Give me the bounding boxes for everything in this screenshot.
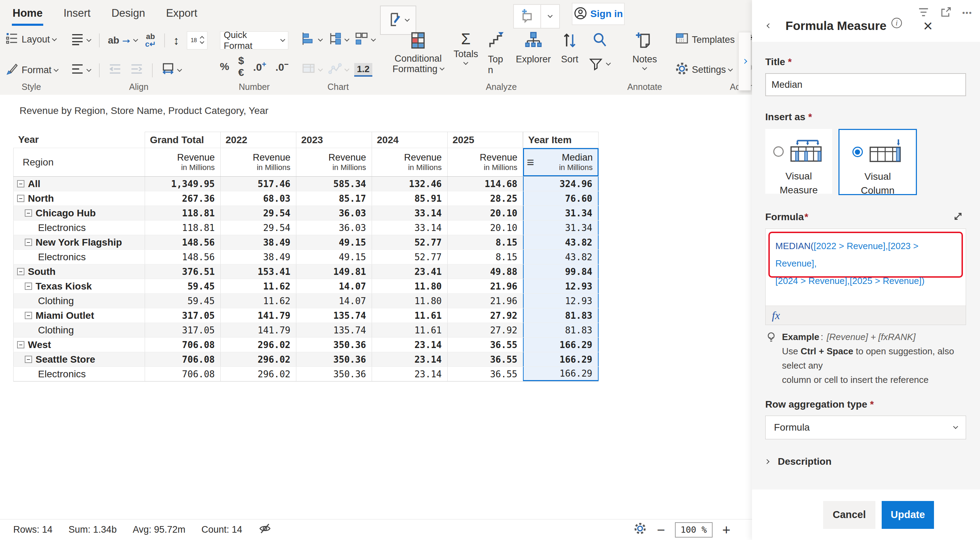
table-cell[interactable]: 1,349.95 — [145, 176, 220, 191]
font-size-stepper[interactable] — [200, 37, 204, 44]
row-header[interactable]: New York Flagship — [13, 235, 145, 249]
table-cell[interactable]: 49.15 — [296, 250, 372, 264]
radio-selected-icon[interactable] — [853, 147, 863, 157]
indent-increase-button[interactable] — [130, 62, 144, 78]
row-header[interactable]: Electronics — [13, 221, 145, 235]
collapse-toggle-icon[interactable] — [25, 283, 32, 290]
tab-design[interactable]: Design — [111, 5, 146, 26]
column-subheader[interactable]: Revenuein Millions — [220, 148, 296, 176]
table-cell[interactable]: 21.96 — [447, 279, 523, 293]
table-cell[interactable]: 132.46 — [372, 176, 447, 191]
table-cell[interactable]: 68.03 — [220, 191, 296, 206]
table-cell[interactable]: 12.93 — [523, 279, 598, 293]
settings-button[interactable]: Settings — [675, 61, 732, 78]
collapse-toggle-icon[interactable] — [25, 356, 32, 363]
option-visual-column-selected[interactable]: Visual Column — [838, 129, 917, 195]
back-icon[interactable] — [767, 23, 772, 28]
median-column-header-selected[interactable]: ≡ Median in Millions — [523, 148, 598, 176]
table-cell[interactable]: 31.34 — [523, 221, 598, 235]
zoom-level-field[interactable]: 100 % — [675, 522, 713, 538]
table-cell[interactable]: 11.62 — [220, 279, 296, 293]
more-options-icon[interactable]: ••• — [962, 8, 972, 17]
format-painter-button[interactable]: Format — [5, 62, 58, 78]
table-cell[interactable]: 43.82 — [523, 250, 598, 264]
column-subheader[interactable]: Revenuein Millions — [296, 148, 372, 176]
add-comment-button[interactable] — [513, 4, 560, 29]
row-header[interactable]: Seattle Store — [13, 352, 145, 367]
row-header[interactable]: Clothing — [13, 294, 145, 308]
column-header[interactable]: Grand Total — [145, 132, 220, 148]
table-cell[interactable]: 36.55 — [447, 352, 523, 367]
table-cell[interactable]: 135.74 — [296, 308, 372, 322]
table-cell[interactable]: 85.91 — [372, 191, 447, 206]
top-n-button[interactable]: Top n — [483, 31, 511, 76]
table-cell[interactable]: 36.03 — [296, 221, 372, 235]
table-cell[interactable]: 27.92 — [447, 308, 523, 322]
column-subheader[interactable]: Revenuein Millions — [447, 148, 523, 176]
table-cell[interactable]: 99.84 — [523, 264, 598, 279]
table-cell[interactable]: 59.45 — [145, 279, 220, 293]
table-cell[interactable]: 33.14 — [372, 221, 447, 235]
conditional-formatting-button[interactable]: Conditional Formatting — [388, 31, 449, 73]
table-cell[interactable]: 43.82 — [523, 235, 598, 249]
table-cell[interactable]: 49.15 — [296, 235, 372, 249]
table-cell[interactable]: 317.05 — [145, 323, 220, 337]
table-cell[interactable]: 38.49 — [220, 250, 296, 264]
column-header[interactable]: 2023 — [296, 132, 372, 148]
radio-unselected-icon[interactable] — [773, 146, 784, 157]
collapse-toggle-icon[interactable] — [17, 268, 24, 275]
table-cell[interactable]: 85.17 — [296, 191, 372, 206]
table-cell[interactable]: 350.36 — [296, 367, 372, 381]
collapse-toggle-icon[interactable] — [17, 195, 24, 202]
percent-format-icon[interactable]: % — [220, 60, 229, 73]
table-cell[interactable]: 267.36 — [145, 191, 220, 206]
row-height-button[interactable]: ↕ — [173, 34, 179, 48]
table-cell[interactable]: 81.83 — [523, 308, 598, 322]
row-dimension-header[interactable]: Region — [13, 148, 145, 176]
column-subheader[interactable]: Revenuein Millions — [372, 148, 447, 176]
table-cell[interactable]: 31.34 — [523, 206, 598, 220]
layout-button[interactable]: Layout — [5, 31, 58, 48]
collapse-toggle-icon[interactable] — [17, 180, 24, 187]
row-header[interactable]: West — [13, 338, 145, 352]
table-cell[interactable]: 706.08 — [145, 352, 220, 367]
tab-insert[interactable]: Insert — [63, 5, 91, 26]
update-button[interactable]: Update — [882, 501, 934, 529]
table-cell[interactable]: 11.62 — [220, 294, 296, 308]
decrease-decimal-icon[interactable]: .0− — [275, 60, 289, 73]
currency-format-icon[interactable]: $€ — [238, 55, 244, 78]
indent-decrease-button[interactable] — [108, 62, 122, 78]
table-cell[interactable]: 36.55 — [447, 338, 523, 352]
column-header[interactable]: 2022 — [220, 132, 296, 148]
collapse-toggle-icon[interactable] — [25, 210, 32, 217]
row-header[interactable]: Electronics — [13, 250, 145, 264]
corner-header[interactable]: Year — [13, 132, 145, 148]
table-cell[interactable]: 141.79 — [220, 323, 296, 337]
notes-button[interactable]: Notes — [628, 31, 662, 70]
font-size-field[interactable]: 18 — [187, 31, 207, 49]
table-cell[interactable]: 517.46 — [220, 176, 296, 191]
table-cell[interactable]: 29.54 — [220, 221, 296, 235]
view-settings-gear-icon[interactable] — [633, 521, 647, 538]
table-cell[interactable]: 296.02 — [220, 367, 296, 381]
layout-chart-button[interactable] — [354, 31, 375, 48]
table-cell[interactable]: 148.56 — [145, 250, 220, 264]
table-cell[interactable]: 11.80 — [372, 294, 447, 308]
table-cell[interactable]: 20.10 — [447, 206, 523, 220]
table-cell[interactable]: 148.56 — [145, 235, 220, 249]
table-cell[interactable]: 28.25 — [447, 191, 523, 206]
totals-button[interactable]: Σ Totals — [449, 31, 483, 65]
option-visual-measure[interactable]: Visual Measure — [765, 129, 832, 194]
collapse-toggle-icon[interactable] — [17, 341, 24, 348]
sort-button[interactable]: Sort — [556, 31, 584, 65]
explorer-button[interactable]: Explorer — [511, 31, 556, 65]
row-header[interactable]: North — [13, 191, 145, 206]
table-cell[interactable]: 166.29 — [523, 352, 598, 367]
sign-in-button[interactable]: Sign in — [572, 3, 625, 25]
table-cell[interactable]: 585.34 — [296, 176, 372, 191]
table-cell[interactable]: 166.29 — [523, 367, 598, 381]
table-cell[interactable]: 27.92 — [447, 323, 523, 337]
text-overflow-button[interactable]: ab — [108, 35, 138, 46]
table-cell[interactable]: 135.74 — [296, 323, 372, 337]
table-cell[interactable]: 376.51 — [145, 264, 220, 279]
